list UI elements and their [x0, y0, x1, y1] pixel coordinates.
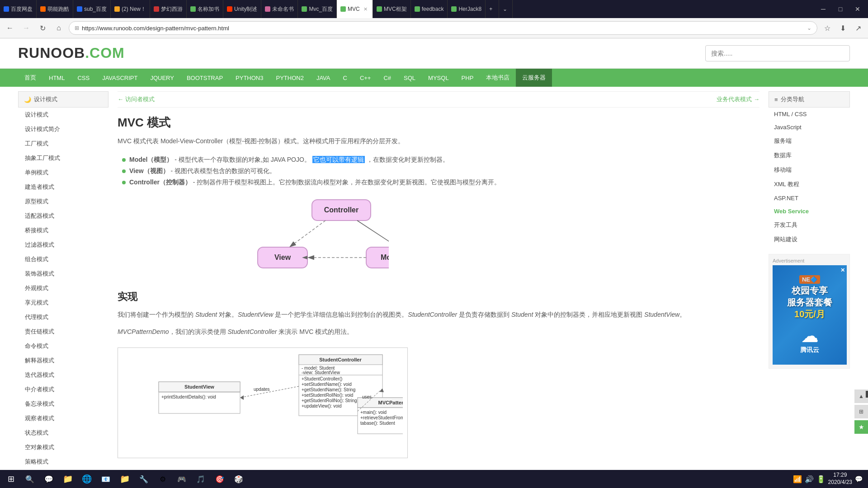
download-icon[interactable]: ⬇ [836, 22, 849, 34]
tool-button[interactable]: 🔧 [135, 471, 153, 487]
tab-wuming[interactable]: 未命名书 [261, 0, 298, 18]
tab-unity[interactable]: Unity制述 [223, 0, 261, 18]
site-logo[interactable]: RUNOOB.COM [18, 45, 125, 61]
ad-banner[interactable]: ✕ NE🔷 校园专享服务器套餐10元/月 ☁ 腾讯云 [773, 265, 847, 365]
grid-view-button[interactable]: ⊞ [854, 405, 868, 418]
sidebar-item-intro[interactable]: 设计模式简介 [18, 122, 108, 136]
new-tab-button[interactable]: + [486, 0, 499, 18]
right-item-aspnet[interactable]: ASP.NET [769, 192, 850, 205]
nav-csharp[interactable]: C# [377, 69, 397, 87]
back-button[interactable]: ← [4, 22, 16, 34]
share-icon[interactable]: ↗ [852, 22, 864, 34]
maximize-button[interactable]: □ [834, 2, 847, 16]
right-item-server[interactable]: 服务端 [769, 134, 850, 148]
nav-python2[interactable]: PYTHON2 [269, 69, 310, 87]
nav-bootstrap[interactable]: BOOTSTRAP [180, 69, 229, 87]
file-explorer-button[interactable]: 📁 [59, 471, 77, 487]
nav-jquery[interactable]: JQUERY [144, 69, 180, 87]
close-icon[interactable]: ✕ [363, 6, 368, 12]
mail-button[interactable]: 📧 [97, 471, 115, 487]
music-button[interactable]: 🎵 [192, 471, 210, 487]
sidebar-item-filter[interactable]: 过滤器模式 [18, 238, 108, 252]
close-button[interactable]: ✕ [851, 2, 864, 16]
sidebar-item-observer[interactable]: 观察者模式 [18, 411, 108, 426]
sidebar-item-composite[interactable]: 组合模式 [18, 252, 108, 267]
right-item-javascript[interactable]: JavaScript [769, 121, 850, 134]
sidebar-item-design-pattern[interactable]: 设计模式 [18, 108, 108, 122]
bookmark-icon[interactable]: ☆ [821, 22, 834, 34]
url-bar[interactable]: ⊞ https://www.runoob.com/design-pattern/… [69, 21, 817, 35]
sidebar-item-command[interactable]: 命令模式 [18, 339, 108, 353]
sidebar-item-adapter[interactable]: 适配器模式 [18, 209, 108, 223]
sidebar-item-memento[interactable]: 备忘录模式 [18, 397, 108, 411]
nav-php[interactable]: PHP [455, 69, 480, 87]
sidebar-item-factory[interactable]: 工厂模式 [18, 136, 108, 151]
tab-mvc-baidu[interactable]: Mvc_百度 [298, 0, 337, 18]
nav-css[interactable]: CSS [71, 69, 96, 87]
folder2-button[interactable]: 📁 [116, 471, 134, 487]
home-button[interactable]: ⌂ [52, 22, 65, 34]
task-view-button[interactable]: 💬 [40, 471, 58, 487]
target-button[interactable]: 🎯 [211, 471, 229, 487]
start-button[interactable]: ⊞ [2, 471, 20, 487]
right-item-website[interactable]: 网站建设 [769, 232, 850, 247]
sidebar-item-state[interactable]: 状态模式 [18, 426, 108, 440]
refresh-button[interactable]: ↻ [36, 22, 49, 34]
nav-local-books[interactable]: 本地书店 [480, 69, 516, 87]
tab-herjack[interactable]: HerJack8 [448, 0, 486, 18]
sidebar-item-strategy[interactable]: 策略模式 [18, 455, 108, 469]
tab-mvc-kuangjia[interactable]: MVC框架 [373, 0, 411, 18]
tab-feedback[interactable]: feedback [411, 0, 448, 18]
sidebar-item-mediator[interactable]: 中介者模式 [18, 382, 108, 397]
nav-cloud[interactable]: 云服务器 [516, 69, 552, 87]
tab-more-button[interactable]: ⌄ [499, 0, 513, 18]
sidebar-item-flyweight[interactable]: 享元模式 [18, 296, 108, 310]
sidebar-item-null-object[interactable]: 空对象模式 [18, 440, 108, 455]
nav-c[interactable]: C [336, 69, 353, 87]
sidebar-item-proxy[interactable]: 代理模式 [18, 310, 108, 324]
sidebar-item-interpreter[interactable]: 解释器模式 [18, 353, 108, 368]
right-item-database[interactable]: 数据库 [769, 148, 850, 163]
ad-close-button[interactable]: ✕ [840, 267, 845, 273]
search-taskbar-button[interactable]: 🔍 [21, 471, 39, 487]
feedback-button[interactable]: 反馈/建议 [866, 391, 868, 398]
sidebar-item-iterator[interactable]: 迭代器模式 [18, 368, 108, 382]
tab-mvc[interactable]: MVC ✕ [337, 0, 373, 18]
right-item-webservice[interactable]: Web Service [769, 205, 850, 218]
sidebar-item-bridge[interactable]: 桥接模式 [18, 223, 108, 238]
sidebar-item-facade[interactable]: 外观模式 [18, 281, 108, 296]
prev-page-link[interactable]: ← 访问者模式 [118, 95, 155, 103]
nav-cpp[interactable]: C++ [354, 69, 377, 87]
minimize-button[interactable]: ─ [816, 2, 830, 16]
forward-button[interactable]: → [20, 22, 33, 34]
nav-python3[interactable]: PYTHON3 [229, 69, 269, 87]
tab-baidu[interactable]: 百度网盘 [0, 0, 37, 18]
tab-mengxi[interactable]: 梦幻西游 [150, 0, 187, 18]
nav-java[interactable]: JAVA [310, 69, 337, 87]
settings-button[interactable]: ⚙ [154, 471, 172, 487]
search-input[interactable] [705, 45, 850, 61]
right-item-devtools[interactable]: 开发工具 [769, 218, 850, 232]
right-item-html-css[interactable]: HTML / CSS [769, 108, 850, 121]
right-item-xml[interactable]: XML 教程 [769, 177, 850, 192]
nav-mysql[interactable]: MYSQL [422, 69, 455, 87]
nav-html[interactable]: HTML [42, 69, 71, 87]
nav-sql[interactable]: SQL [397, 69, 422, 87]
edge-button[interactable]: 🌐 [78, 471, 96, 487]
tab-new2[interactable]: (2) New！ [111, 0, 150, 18]
right-item-mobile[interactable]: 移动端 [769, 163, 850, 177]
nav-javascript[interactable]: JAVASCRIPT [96, 69, 144, 87]
game-button[interactable]: 🎮 [173, 471, 191, 487]
next-page-link[interactable]: 业务代表模式 → [717, 95, 760, 103]
sidebar-item-chain[interactable]: 责任链模式 [18, 324, 108, 339]
game2-button[interactable]: 🎲 [230, 471, 248, 487]
sidebar-item-singleton[interactable]: 单例模式 [18, 165, 108, 180]
sidebar-item-builder[interactable]: 建造者模式 [18, 180, 108, 194]
tab-mingcheng[interactable]: 名称加书 [187, 0, 223, 18]
tab-mengnengliao[interactable]: 萌能跑酷 [37, 0, 73, 18]
nav-home[interactable]: 首页 [18, 69, 42, 87]
favorite-button[interactable]: ★ [854, 420, 868, 434]
sidebar-item-decorator[interactable]: 装饰器模式 [18, 267, 108, 281]
notifications-icon[interactable]: 💬 [855, 475, 863, 483]
sidebar-item-abstract-factory[interactable]: 抽象工厂模式 [18, 151, 108, 165]
